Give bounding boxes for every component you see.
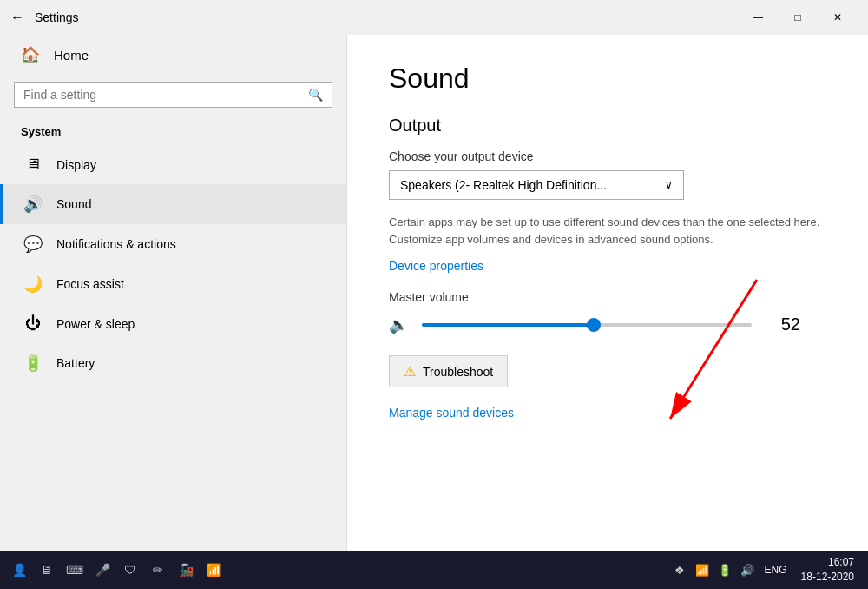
main-content: Sound Output Choose your output device S…: [347, 35, 868, 551]
volume-value: 52: [766, 314, 800, 334]
device-label: Choose your output device: [389, 149, 826, 163]
sidebar-item-label: Sound: [56, 197, 91, 211]
close-button[interactable]: ✕: [818, 3, 858, 31]
output-device-dropdown[interactable]: Speakers (2- Realtek High Definition... …: [389, 170, 684, 200]
sidebar-home[interactable]: 🏠 Home: [0, 35, 346, 75]
app-title: Settings: [35, 10, 738, 24]
taskbar-train-icon[interactable]: 🚂: [174, 558, 198, 582]
volume-row: 🔈 52: [389, 314, 826, 334]
search-box[interactable]: 🔍: [14, 82, 332, 108]
page-title: Sound: [389, 63, 826, 95]
taskbar-battery-icon[interactable]: 🔋: [714, 558, 735, 582]
sidebar-item-label: Focus assist: [56, 277, 124, 291]
maximize-button[interactable]: □: [778, 3, 818, 31]
app-body: 🏠 Home 🔍 System 🖥 Display 🔊 Sound 💬 Noti…: [0, 35, 868, 551]
dropdown-selected-value: Speakers (2- Realtek High Definition...: [400, 178, 607, 192]
output-section-title: Output: [389, 116, 826, 136]
taskbar: 👤 🖥 ⌨ 🎤 🛡 ✏ 🚂 📶 ❖ 📶 🔋 🔊 ENG 16:07 18-12-…: [0, 551, 868, 589]
minimize-button[interactable]: —: [738, 3, 778, 31]
title-bar: ← Settings — □ ✕: [0, 0, 868, 35]
battery-icon: 🔋: [23, 354, 43, 373]
window-controls: — □ ✕: [738, 3, 858, 31]
taskbar-volume-icon[interactable]: 🔊: [737, 558, 758, 582]
focus-icon: 🌙: [23, 275, 43, 294]
taskbar-clock[interactable]: 16:07 18-12-2020: [794, 555, 861, 585]
search-input[interactable]: [23, 88, 301, 102]
slider-thumb[interactable]: [587, 318, 601, 332]
taskbar-mic-icon[interactable]: 🎤: [90, 558, 115, 582]
notifications-icon: 💬: [23, 235, 43, 254]
sidebar: 🏠 Home 🔍 System 🖥 Display 🔊 Sound 💬 Noti…: [0, 35, 347, 551]
speaker-icon: 🔈: [389, 315, 408, 334]
taskbar-people-icon[interactable]: 👤: [7, 558, 31, 582]
taskbar-pen-icon[interactable]: ✏: [146, 558, 170, 582]
taskbar-time: 16:07: [828, 555, 854, 570]
taskbar-sys-icons: ❖ 📶 🔋 🔊: [669, 558, 758, 582]
output-info-text: Certain apps may be set up to use differ…: [389, 214, 826, 248]
volume-label: Master volume: [389, 290, 826, 304]
volume-section: 🔈 52: [389, 314, 826, 334]
sidebar-item-sound[interactable]: 🔊 Sound: [0, 184, 346, 224]
sidebar-item-battery[interactable]: 🔋 Battery: [0, 343, 346, 383]
device-properties-link[interactable]: Device properties: [389, 259, 483, 273]
volume-slider[interactable]: [422, 316, 752, 334]
troubleshoot-label: Troubleshoot: [423, 365, 493, 379]
slider-fill: [422, 323, 594, 327]
sidebar-item-notifications[interactable]: 💬 Notifications & actions: [0, 224, 346, 264]
warning-icon: ⚠: [404, 363, 416, 380]
display-icon: 🖥: [23, 156, 43, 174]
sound-icon: 🔊: [23, 195, 43, 214]
manage-sound-link[interactable]: Manage sound devices: [389, 406, 514, 420]
taskbar-dropbox-icon[interactable]: ❖: [669, 558, 690, 582]
taskbar-wifi-sys-icon[interactable]: 📶: [692, 558, 713, 582]
home-label: Home: [54, 48, 89, 63]
troubleshoot-button[interactable]: ⚠ Troubleshoot: [389, 355, 508, 387]
sidebar-item-power[interactable]: ⏻ Power & sleep: [0, 304, 346, 343]
taskbar-date: 18-12-2020: [801, 570, 854, 585]
sidebar-item-label: Battery: [56, 356, 95, 370]
sidebar-item-display[interactable]: 🖥 Display: [0, 145, 346, 184]
sidebar-section-title: System: [0, 122, 346, 145]
sidebar-item-focus[interactable]: 🌙 Focus assist: [0, 264, 346, 304]
search-icon: 🔍: [308, 88, 323, 102]
sidebar-item-label: Power & sleep: [56, 317, 135, 331]
sidebar-nav: 🖥 Display 🔊 Sound 💬 Notifications & acti…: [0, 145, 346, 551]
taskbar-wifi-icon[interactable]: 📶: [201, 558, 226, 582]
chevron-down-icon: ∨: [665, 179, 673, 191]
slider-track: [422, 323, 752, 327]
sidebar-item-label: Display: [56, 158, 96, 172]
taskbar-shield-icon[interactable]: 🛡: [118, 558, 142, 582]
taskbar-keyboard-icon[interactable]: ⌨: [62, 558, 87, 582]
taskbar-lang[interactable]: ENG: [761, 564, 791, 576]
back-button[interactable]: ←: [10, 10, 24, 25]
sidebar-item-label: Notifications & actions: [56, 237, 176, 251]
home-icon: 🏠: [21, 45, 40, 64]
power-icon: ⏻: [23, 314, 43, 333]
taskbar-display-icon[interactable]: 🖥: [35, 558, 59, 582]
